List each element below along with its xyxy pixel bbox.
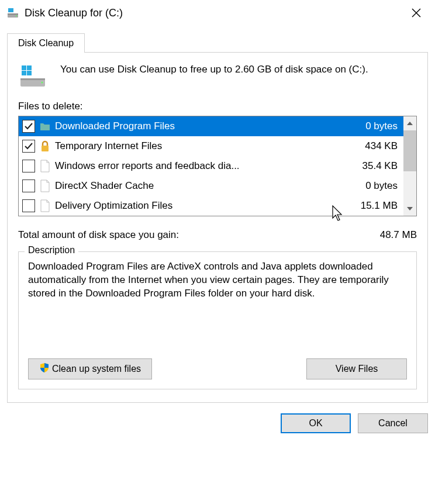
description-group: Description Downloaded Program Files are… (18, 251, 417, 389)
svg-rect-9 (22, 65, 26, 70)
item-name: Downloaded Program Files (55, 120, 361, 132)
dialog-footer: OK Cancel (0, 403, 435, 444)
scroll-up-button[interactable] (403, 116, 416, 130)
list-item[interactable]: Delivery Optimization Files15.1 MB (19, 196, 403, 216)
tab-disk-cleanup[interactable]: Disk Cleanup (7, 33, 85, 53)
tab-panel: You can use Disk Cleanup to free up to 2… (7, 52, 428, 403)
svg-point-8 (42, 82, 43, 84)
svg-point-3 (16, 15, 17, 16)
list-item[interactable]: Downloaded Program Files0 bytes (19, 116, 403, 136)
ok-label: OK (309, 418, 322, 429)
files-to-delete-label: Files to delete: (18, 101, 417, 112)
drive-icon (18, 63, 47, 89)
file-icon (39, 199, 51, 213)
item-name: DirectX Shader Cache (55, 180, 361, 192)
svg-rect-2 (8, 8, 13, 12)
item-name: Delivery Optimization Files (55, 200, 356, 212)
intro-row: You can use Disk Cleanup to free up to 2… (18, 63, 417, 89)
checkbox[interactable] (22, 199, 35, 212)
checkbox[interactable] (22, 179, 35, 192)
svg-rect-10 (27, 65, 32, 70)
intro-text: You can use Disk Cleanup to free up to 2… (60, 63, 368, 77)
checkbox[interactable] (22, 160, 35, 172)
list-item[interactable]: Windows error reports and feedback dia..… (19, 156, 403, 176)
svg-rect-7 (20, 78, 45, 80)
scroll-thumb[interactable] (403, 130, 416, 171)
checkbox[interactable] (22, 140, 35, 153)
close-icon (412, 8, 421, 18)
svg-rect-1 (8, 13, 18, 15)
scroll-track[interactable] (403, 171, 416, 202)
titlebar: Disk Cleanup for (C:) (0, 0, 435, 26)
clean-system-files-label: Clean up system files (52, 364, 141, 374)
checkbox[interactable] (22, 120, 35, 133)
item-size: 434 KB (365, 140, 398, 152)
tabstrip: Disk Cleanup (0, 26, 435, 52)
scrollbar[interactable] (403, 116, 416, 216)
view-files-label: View Files (336, 364, 378, 374)
item-name: Windows error reports and feedback dia..… (55, 160, 358, 172)
description-title: Description (25, 245, 78, 256)
window-title: Disk Cleanup for (C:) (25, 7, 405, 19)
cancel-button[interactable]: Cancel (358, 413, 428, 433)
view-files-button[interactable]: View Files (306, 358, 407, 379)
total-row: Total amount of disk space you gain: 48.… (18, 229, 417, 241)
list-item[interactable]: Temporary Internet Files434 KB (19, 136, 403, 156)
scroll-down-button[interactable] (403, 202, 416, 216)
list-item[interactable]: DirectX Shader Cache0 bytes (19, 176, 403, 196)
shield-icon (39, 363, 50, 375)
clean-system-files-button[interactable]: Clean up system files (28, 358, 152, 379)
item-name: Temporary Internet Files (55, 140, 360, 152)
item-size: 15.1 MB (361, 200, 398, 212)
cancel-label: Cancel (378, 418, 408, 429)
svg-rect-12 (27, 71, 32, 75)
files-listbox[interactable]: Downloaded Program Files0 bytesTemporary… (18, 116, 417, 216)
close-button[interactable] (405, 4, 428, 22)
svg-rect-13 (42, 146, 49, 151)
file-icon (39, 159, 51, 173)
item-size: 0 bytes (365, 120, 398, 132)
lock-icon (39, 139, 51, 153)
ok-button[interactable]: OK (281, 413, 351, 433)
item-size: 0 bytes (365, 180, 398, 192)
total-value: 48.7 MB (380, 229, 417, 241)
disk-cleanup-icon (6, 6, 20, 20)
description-text: Downloaded Program Files are ActiveX con… (28, 260, 407, 342)
file-icon (39, 179, 51, 193)
folder-icon (39, 119, 51, 133)
svg-rect-11 (22, 71, 26, 75)
total-label: Total amount of disk space you gain: (18, 229, 380, 241)
item-size: 35.4 KB (362, 160, 398, 172)
